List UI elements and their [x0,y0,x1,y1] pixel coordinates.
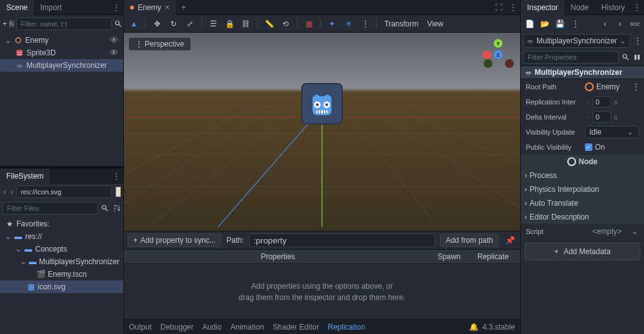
group-icon[interactable]: ⛓ [240,18,252,30]
path-input[interactable] [249,233,435,247]
close-tab-icon[interactable]: × [165,3,170,12]
bottom-tab-replication[interactable]: Replication [328,323,365,331]
add-metadata-button[interactable]: + Add Metadata [525,243,640,260]
gizmo-z-icon[interactable]: Z [494,50,502,59]
inspector-toolbar-more-icon[interactable]: ⋮ [569,18,581,30]
snap-icon[interactable]: ▦ [303,18,315,30]
fs-browse-icon[interactable] [116,187,121,197]
save-resource-icon[interactable]: 💾 [553,18,566,30]
filesystem-more-icon[interactable]: ⋮ [111,172,121,181]
tab-scene[interactable]: Scene [0,0,34,15]
reset-icon[interactable] [585,82,594,91]
local-space-icon[interactable]: ⟲ [279,18,292,30]
section-process[interactable]: ›Process [521,169,644,182]
list-select-icon[interactable]: ☰ [207,18,219,30]
root-path-value[interactable]: Enemy [596,82,630,91]
perspective-pill[interactable]: ⋮ Perspective [129,38,191,50]
tab-import[interactable]: Import [34,0,68,15]
section-physics-interpolation[interactable]: ›Physics Interpolation [521,182,644,196]
scale-mode-icon[interactable]: ⤢ [184,18,196,30]
tree-label: Enemy [25,36,48,45]
new-resource-icon[interactable]: 📄 [523,18,536,30]
tree-node-enemy[interactable]: ⌄ Enemy [0,34,123,47]
new-tab-icon[interactable]: + [176,3,191,12]
menu-view[interactable]: View [425,19,446,28]
doc-icon[interactable]: DOC [629,18,641,30]
tree-node-multiplayersync[interactable]: MultiplayerSynchronizer [0,59,123,72]
add-from-path-button[interactable]: Add from path [440,233,499,247]
prop-more-icon[interactable]: ⋮ [632,82,639,91]
center-tabs-more-icon[interactable]: ⋮ [508,3,518,12]
fs-path-input[interactable] [16,186,112,198]
tree-node-sprite3d[interactable]: Sprite3D [0,47,123,59]
tab-filesystem[interactable]: FileSystem [0,169,50,184]
svg-line-22 [345,108,438,227]
section-editor-description[interactable]: ›Editor Description [521,210,644,224]
visibility-toggle-icon[interactable] [109,48,119,57]
orientation-gizmo[interactable]: Y Z [484,40,513,69]
section-auto-translate[interactable]: ›Auto Translate [521,196,644,210]
load-resource-icon[interactable]: 📂 [538,18,551,30]
bottom-tab-animation[interactable]: Animation [230,323,264,331]
pin-icon[interactable]: 📌 [504,234,516,247]
add-property-button[interactable]: + Add property to sync... [128,233,221,247]
nav-back-icon[interactable]: ‹ [3,187,7,196]
fs-filter-input[interactable] [3,202,98,214]
ruler-icon[interactable]: 📏 [263,18,275,30]
search-icon[interactable] [621,51,630,64]
notification-bell-icon[interactable]: 🔔 [469,323,479,331]
tab-history[interactable]: History [595,0,631,15]
bottom-tab-shader[interactable]: Shader Editor [273,323,319,331]
tab-node[interactable]: Node [564,0,595,15]
checkbox-on[interactable]: ✓ [585,143,592,151]
select-mode-icon[interactable]: ▲ [128,18,140,30]
expand-viewport-icon[interactable]: ⛶ [491,3,506,12]
link-node-icon[interactable]: ⎘ [9,18,14,30]
tool-options-icon[interactable] [633,51,641,64]
camera-preview-icon[interactable]: ✦ [326,18,338,30]
rotate-mode-icon[interactable]: ↻ [167,18,180,30]
history-fwd-icon[interactable]: › [614,18,626,30]
move-mode-icon[interactable]: ✥ [151,18,164,30]
fs-res-root[interactable]: ⌄ ▬ res:// [0,230,123,243]
nav-forward-icon[interactable]: › [9,187,14,196]
viewport-3d[interactable]: ⋮ Perspective Y Z [124,33,520,231]
fs-folder-concepts[interactable]: ⌄ ▬ Concepts [0,243,123,255]
filter-properties-input[interactable] [523,51,619,64]
fs-folder-mult[interactable]: ⌄ ▬ MultiplayerSynchronizer [0,255,123,268]
visibility-update-select[interactable]: Idle ⌄ [585,126,639,138]
fs-file-enemy-scene[interactable]: 🎬 Enemy.tscn [0,268,123,281]
fs-file-icon-svg[interactable]: ▦ icon.svg [0,281,123,293]
search-icon[interactable] [114,18,122,30]
image-file-icon: ▦ [26,282,35,291]
sun-preview-icon[interactable]: ☀ [342,18,355,30]
delta-interval-input[interactable] [592,111,611,123]
gizmo-x-back-icon[interactable] [482,50,491,59]
node-more-icon[interactable]: ⋮ [633,35,641,47]
search-icon[interactable] [101,202,109,214]
viewport-more-icon[interactable]: ⋮ [358,18,371,30]
gizmo-x-icon[interactable] [505,59,514,68]
scene-tabs-more-icon[interactable]: ⋮ [111,3,121,12]
inspector-tabs-more-icon[interactable]: ⋮ [631,3,641,12]
selected-node-dropdown[interactable]: MultiplayerSynchronizer ⌄ [523,34,630,48]
chevron-down-icon[interactable]: ⌄ [631,227,639,236]
gizmo-y-icon[interactable]: Y [494,39,502,48]
scene-filter-input[interactable] [16,18,112,30]
plus-icon: + [554,247,558,256]
history-back-icon[interactable]: ‹ [599,18,611,30]
scene-tab-enemy[interactable]: Enemy × [124,0,176,15]
tab-inspector[interactable]: Inspector [521,0,564,15]
script-value[interactable]: <empty> [585,227,629,236]
replication-interval-input[interactable] [592,96,611,108]
fs-sort-icon[interactable] [112,202,121,214]
gizmo-y-back-icon[interactable] [484,59,492,68]
bottom-tab-output[interactable]: Output [129,323,152,331]
bottom-tab-debugger[interactable]: Debugger [160,323,194,331]
menu-transform[interactable]: Transform [382,19,421,28]
visibility-toggle-icon[interactable] [109,36,119,45]
add-node-icon[interactable]: + [3,18,7,30]
fs-favorites[interactable]: ★ Favorites: [0,218,123,230]
bottom-tab-audio[interactable]: Audio [203,323,222,331]
lock-icon[interactable]: 🔒 [223,18,236,30]
